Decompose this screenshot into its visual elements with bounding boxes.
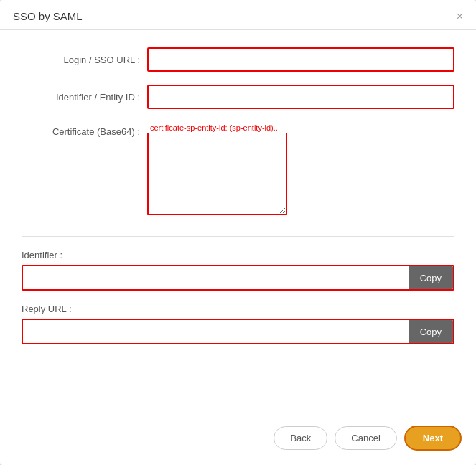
sso-dialog: SSO by SAML × Login / SSO URL : Identifi… — [0, 0, 476, 465]
copy-identifier-button[interactable]: Copy — [409, 266, 453, 289]
close-button[interactable]: × — [457, 11, 463, 22]
certificate-row: Certificate (Base64) : certificate-sp-en… — [22, 122, 454, 217]
certificate-hint: certificate-sp-entity-id: (sp-entity-id)… — [147, 122, 444, 133]
login-url-row: Login / SSO URL : — [22, 47, 454, 72]
form-section: Login / SSO URL : Identifier / Entity ID… — [22, 47, 454, 230]
login-url-label: Login / SSO URL : — [22, 55, 147, 65]
section-divider — [22, 236, 454, 237]
identifier-field-wrapper: Copy — [22, 265, 454, 291]
reply-url-label: Reply URL : — [22, 304, 454, 314]
certificate-label: Certificate (Base64) : — [22, 122, 147, 137]
copy-reply-url-button[interactable]: Copy — [409, 320, 453, 343]
dialog-title: SSO by SAML — [13, 10, 83, 22]
entity-id-label: Identifier / Entity ID : — [22, 92, 147, 103]
identifier-readonly-input[interactable] — [23, 266, 409, 289]
textarea-wrapper: certificate-sp-entity-id: (sp-entity-id)… — [147, 122, 454, 217]
cancel-button[interactable]: Cancel — [335, 426, 396, 450]
identifier-label: Identifier : — [22, 250, 454, 260]
read-only-section: Identifier : Copy Reply URL : Copy — [22, 250, 454, 357]
dialog-header: SSO by SAML × — [0, 0, 476, 30]
dialog-body: Login / SSO URL : Identifier / Entity ID… — [0, 30, 476, 418]
login-url-input[interactable] — [147, 47, 454, 72]
back-button[interactable]: Back — [274, 426, 327, 450]
reply-url-readonly-input[interactable] — [23, 320, 409, 343]
reply-url-field-wrapper: Copy — [22, 319, 454, 344]
entity-id-input[interactable] — [147, 85, 454, 109]
dialog-footer: Back Cancel Next — [0, 418, 476, 465]
certificate-input[interactable] — [147, 122, 287, 215]
next-button[interactable]: Next — [404, 426, 462, 451]
entity-id-row: Identifier / Entity ID : — [22, 85, 454, 109]
